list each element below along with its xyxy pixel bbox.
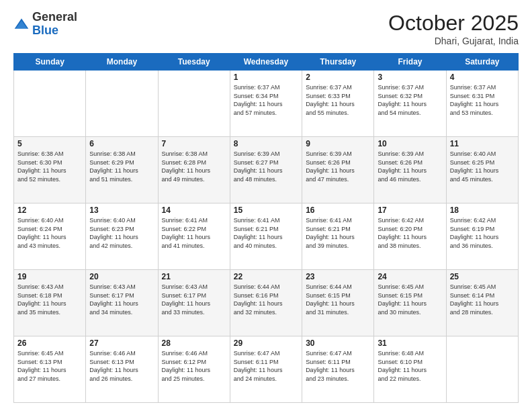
calendar-cell: 24Sunrise: 6:45 AMSunset: 6:15 PMDayligh… xyxy=(374,270,446,336)
day-info: Sunrise: 6:37 AMSunset: 6:33 PMDaylight:… xyxy=(306,83,370,117)
calendar-cell: 20Sunrise: 6:43 AMSunset: 6:17 PMDayligh… xyxy=(86,270,158,336)
day-number: 3 xyxy=(378,73,442,82)
weekday-header-row: SundayMondayTuesdayWednesdayThursdayFrid… xyxy=(14,54,519,71)
calendar-cell: 22Sunrise: 6:44 AMSunset: 6:16 PMDayligh… xyxy=(230,270,302,336)
day-info: Sunrise: 6:39 AMSunset: 6:27 PMDaylight:… xyxy=(234,150,298,183)
day-number: 26 xyxy=(17,338,82,348)
day-number: 20 xyxy=(89,272,154,281)
calendar-cell: 11Sunrise: 6:40 AMSunset: 6:25 PMDayligh… xyxy=(446,137,518,203)
calendar-cell: 21Sunrise: 6:43 AMSunset: 6:17 PMDayligh… xyxy=(158,270,230,336)
day-info: Sunrise: 6:43 AMSunset: 6:17 PMDaylight:… xyxy=(162,283,226,316)
day-info: Sunrise: 6:47 AMSunset: 6:11 PMDaylight:… xyxy=(234,349,298,383)
calendar-cell xyxy=(158,71,230,137)
calendar-cell: 28Sunrise: 6:46 AMSunset: 6:12 PMDayligh… xyxy=(158,336,230,403)
logo-general-text: General xyxy=(32,10,77,24)
calendar-cell: 14Sunrise: 6:41 AMSunset: 6:22 PMDayligh… xyxy=(158,203,230,270)
day-number: 21 xyxy=(162,272,226,281)
day-number: 27 xyxy=(89,338,154,348)
calendar-cell: 31Sunrise: 6:48 AMSunset: 6:10 PMDayligh… xyxy=(374,336,446,403)
day-info: Sunrise: 6:40 AMSunset: 6:23 PMDaylight:… xyxy=(89,216,154,250)
day-number: 5 xyxy=(17,139,82,148)
day-info: Sunrise: 6:39 AMSunset: 6:26 PMDaylight:… xyxy=(378,150,442,183)
calendar-cell: 6Sunrise: 6:38 AMSunset: 6:29 PMDaylight… xyxy=(86,137,158,203)
day-info: Sunrise: 6:45 AMSunset: 6:14 PMDaylight:… xyxy=(450,283,515,316)
logo-icon xyxy=(13,16,30,32)
calendar-week-row-4: 19Sunrise: 6:43 AMSunset: 6:18 PMDayligh… xyxy=(14,270,519,336)
day-number: 2 xyxy=(306,73,370,82)
calendar-cell: 1Sunrise: 6:37 AMSunset: 6:34 PMDaylight… xyxy=(230,71,302,137)
calendar-cell: 9Sunrise: 6:39 AMSunset: 6:26 PMDaylight… xyxy=(302,137,374,203)
day-number: 19 xyxy=(17,272,82,281)
day-number: 8 xyxy=(234,139,298,148)
day-number: 9 xyxy=(306,139,370,148)
weekday-header-friday: Friday xyxy=(374,54,446,71)
day-number: 17 xyxy=(378,205,442,215)
logo-blue-text: Blue xyxy=(32,24,58,37)
calendar-cell: 18Sunrise: 6:42 AMSunset: 6:19 PMDayligh… xyxy=(446,203,518,270)
day-number: 1 xyxy=(234,73,298,82)
day-number: 13 xyxy=(89,205,154,215)
day-number: 22 xyxy=(234,272,298,281)
calendar-cell: 23Sunrise: 6:44 AMSunset: 6:15 PMDayligh… xyxy=(302,270,374,336)
calendar-week-row-1: 1Sunrise: 6:37 AMSunset: 6:34 PMDaylight… xyxy=(14,71,519,137)
day-info: Sunrise: 6:42 AMSunset: 6:19 PMDaylight:… xyxy=(450,216,515,250)
calendar-cell: 16Sunrise: 6:41 AMSunset: 6:21 PMDayligh… xyxy=(302,203,374,270)
header: General Blue October 2025 Dhari, Gujarat… xyxy=(13,11,519,46)
weekday-header-saturday: Saturday xyxy=(446,54,518,71)
day-info: Sunrise: 6:48 AMSunset: 6:10 PMDaylight:… xyxy=(378,349,442,383)
page: General Blue October 2025 Dhari, Gujarat… xyxy=(0,0,532,411)
day-info: Sunrise: 6:44 AMSunset: 6:16 PMDaylight:… xyxy=(234,283,298,316)
calendar-cell: 8Sunrise: 6:39 AMSunset: 6:27 PMDaylight… xyxy=(230,137,302,203)
day-number: 16 xyxy=(306,205,370,215)
weekday-header-wednesday: Wednesday xyxy=(230,54,302,71)
day-number: 11 xyxy=(450,139,515,148)
calendar-cell: 2Sunrise: 6:37 AMSunset: 6:33 PMDaylight… xyxy=(302,71,374,137)
logo-text: General Blue xyxy=(32,11,77,38)
calendar-week-row-2: 5Sunrise: 6:38 AMSunset: 6:30 PMDaylight… xyxy=(14,137,519,203)
weekday-header-monday: Monday xyxy=(86,54,158,71)
day-number: 4 xyxy=(450,73,515,82)
calendar-week-row-5: 26Sunrise: 6:45 AMSunset: 6:13 PMDayligh… xyxy=(14,336,519,403)
day-info: Sunrise: 6:44 AMSunset: 6:15 PMDaylight:… xyxy=(306,283,370,316)
day-number: 12 xyxy=(17,205,82,215)
day-number: 31 xyxy=(378,338,442,348)
calendar-cell: 13Sunrise: 6:40 AMSunset: 6:23 PMDayligh… xyxy=(86,203,158,270)
day-number: 15 xyxy=(234,205,298,215)
day-info: Sunrise: 6:45 AMSunset: 6:15 PMDaylight:… xyxy=(378,283,442,316)
calendar-cell: 4Sunrise: 6:37 AMSunset: 6:31 PMDaylight… xyxy=(446,71,518,137)
day-info: Sunrise: 6:47 AMSunset: 6:11 PMDaylight:… xyxy=(306,349,370,383)
day-number: 6 xyxy=(89,139,154,148)
calendar-cell: 27Sunrise: 6:46 AMSunset: 6:13 PMDayligh… xyxy=(86,336,158,403)
day-number: 14 xyxy=(162,205,226,215)
calendar-week-row-3: 12Sunrise: 6:40 AMSunset: 6:24 PMDayligh… xyxy=(14,203,519,270)
calendar-cell: 30Sunrise: 6:47 AMSunset: 6:11 PMDayligh… xyxy=(302,336,374,403)
calendar-cell: 7Sunrise: 6:38 AMSunset: 6:28 PMDaylight… xyxy=(158,137,230,203)
day-info: Sunrise: 6:46 AMSunset: 6:12 PMDaylight:… xyxy=(162,349,226,383)
day-number: 29 xyxy=(234,338,298,348)
day-number: 18 xyxy=(450,205,515,215)
day-info: Sunrise: 6:46 AMSunset: 6:13 PMDaylight:… xyxy=(89,349,154,383)
calendar-cell: 12Sunrise: 6:40 AMSunset: 6:24 PMDayligh… xyxy=(14,203,86,270)
calendar-cell: 17Sunrise: 6:42 AMSunset: 6:20 PMDayligh… xyxy=(374,203,446,270)
day-info: Sunrise: 6:37 AMSunset: 6:32 PMDaylight:… xyxy=(378,83,442,117)
day-info: Sunrise: 6:43 AMSunset: 6:17 PMDaylight:… xyxy=(89,283,154,316)
day-info: Sunrise: 6:43 AMSunset: 6:18 PMDaylight:… xyxy=(17,283,82,316)
day-number: 7 xyxy=(162,139,226,148)
day-info: Sunrise: 6:40 AMSunset: 6:24 PMDaylight:… xyxy=(17,216,82,250)
day-number: 28 xyxy=(162,338,226,348)
calendar-cell: 5Sunrise: 6:38 AMSunset: 6:30 PMDaylight… xyxy=(14,137,86,203)
calendar-cell: 10Sunrise: 6:39 AMSunset: 6:26 PMDayligh… xyxy=(374,137,446,203)
calendar-table: SundayMondayTuesdayWednesdayThursdayFrid… xyxy=(13,53,519,403)
location-subtitle: Dhari, Gujarat, India xyxy=(388,36,519,46)
weekday-header-thursday: Thursday xyxy=(302,54,374,71)
day-info: Sunrise: 6:38 AMSunset: 6:29 PMDaylight:… xyxy=(89,150,154,183)
day-number: 25 xyxy=(450,272,515,281)
day-info: Sunrise: 6:41 AMSunset: 6:22 PMDaylight:… xyxy=(162,216,226,250)
month-title: October 2025 xyxy=(388,11,519,36)
day-info: Sunrise: 6:45 AMSunset: 6:13 PMDaylight:… xyxy=(17,349,82,383)
calendar-cell: 15Sunrise: 6:41 AMSunset: 6:21 PMDayligh… xyxy=(230,203,302,270)
day-info: Sunrise: 6:40 AMSunset: 6:25 PMDaylight:… xyxy=(450,150,515,183)
day-info: Sunrise: 6:38 AMSunset: 6:28 PMDaylight:… xyxy=(162,150,226,183)
day-number: 23 xyxy=(306,272,370,281)
calendar-cell xyxy=(14,71,86,137)
